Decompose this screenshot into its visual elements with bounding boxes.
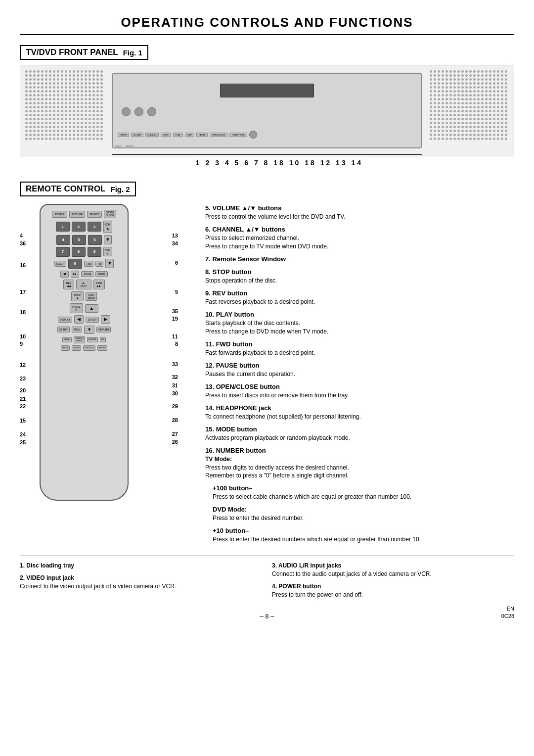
- note-col-1: 1. Disc loading tray 2. VIDEO input jack…: [20, 562, 262, 603]
- title-btn[interactable]: TITLE: [72, 327, 83, 332]
- desc-volume: 5. VOLUME ▲/▼ buttons Press to control t…: [205, 204, 514, 221]
- display-btn[interactable]: DISPLAY: [58, 317, 72, 323]
- picture-btn[interactable]: PICTURE: [69, 211, 85, 218]
- num2-btn[interactable]: 2: [72, 222, 86, 232]
- remote-control-label: REMOTE CONTROL: [26, 184, 106, 194]
- setup-btn[interactable]: SETUP: [57, 327, 70, 332]
- desc-stop: 8. STOP button Stops operation of the di…: [205, 268, 514, 285]
- note-col-2: 3. AUDIO L/R input jacks Connect to the …: [272, 562, 514, 603]
- nav-right-btn[interactable]: ▶: [101, 315, 110, 324]
- skip-fwd-btn[interactable]: ⏭: [71, 271, 79, 278]
- desc-number: 16. NUMBER button TV Mode: Press two dig…: [205, 446, 514, 480]
- front-panel-fig: Fig. 1: [123, 48, 142, 57]
- subtitle-btn[interactable]: SUBTITLE: [83, 345, 95, 351]
- ab-btn[interactable]: A-B: [100, 337, 106, 342]
- remote-control-header: REMOTE CONTROL Fig. 2: [20, 182, 198, 201]
- vol-up-btn[interactable]: VOL▲: [103, 247, 112, 256]
- desc-open-close: 13. OPEN/CLOSE button Press to insert di…: [205, 382, 514, 400]
- search-mode-btn[interactable]: SEARCHMODE: [74, 336, 85, 344]
- fwd-btn[interactable]: FWD▶▶: [93, 280, 105, 289]
- desc-10-button: +10 button– Press to enter the desired n…: [205, 526, 514, 544]
- desc-fwd: 11. FWD button Fast forwards playback to…: [205, 340, 514, 357]
- nav-left-btn[interactable]: ◀: [74, 315, 84, 324]
- note-audio-jacks: 3. AUDIO L/R input jacks Connect to the …: [272, 562, 514, 578]
- front-panel-section: TV/DVD FRONT PANEL Fig. 1 document.write…: [20, 45, 514, 167]
- vol-down-btn[interactable]: ▼: [105, 259, 114, 268]
- num7-btn[interactable]: 7: [56, 247, 70, 257]
- note-video-jack: 2. VIDEO input jack Connect to the video…: [20, 574, 262, 591]
- power-btn[interactable]: POWER: [52, 211, 67, 218]
- en-code: EN0C28: [501, 605, 514, 620]
- front-panel-center: POWER VOLUME CHANNEL STOP PLAY SKIP PAUS…: [112, 73, 422, 148]
- zoom-btn[interactable]: ZOOM: [81, 271, 93, 277]
- fp-number-line: [112, 154, 422, 156]
- desc-dvd-mode: DVD Mode: Press to enter the desired num…: [205, 505, 514, 522]
- num0-btn[interactable]: 0: [68, 259, 82, 269]
- fp-numbers: 1 2 3 4 5 6 7 8 18 10 18 12 13 14: [20, 159, 514, 167]
- clear-btn[interactable]: CLEAR: [62, 337, 72, 342]
- front-panel-diagram: document.write(Array(360).fill('<div sty…: [20, 65, 514, 156]
- num5-btn[interactable]: 5: [72, 235, 86, 245]
- desc-headphone: 14. HEADPHONE jack To connect headphone …: [205, 404, 514, 421]
- remote-body: POWER PICTURE SELECT OPEN/CLOSE 1 2 3 CH…: [40, 204, 129, 501]
- desc-play: 10. PLAY button Starts playback of the d…: [205, 310, 514, 336]
- page-number: – 8 –: [260, 613, 274, 620]
- repeat-btn[interactable]: REPEAT: [87, 337, 98, 342]
- mode-btn[interactable]: MODE: [61, 345, 70, 351]
- page-footer: – 8 – EN0C28: [20, 613, 514, 620]
- audio-btn[interactable]: AUDIO: [72, 345, 81, 351]
- num8-btn[interactable]: 8: [72, 247, 86, 257]
- angle-btn[interactable]: ANGLE: [97, 345, 107, 351]
- note-power-btn: 4. POWER button Press to turn the power …: [272, 582, 514, 599]
- num3-btn[interactable]: 3: [88, 222, 101, 232]
- descriptions-panel: 5. VOLUME ▲/▼ buttons Press to control t…: [198, 182, 514, 548]
- note-disc-tray: 1. Disc loading tray: [20, 562, 262, 570]
- return-btn[interactable]: RETURN: [96, 327, 111, 332]
- stop-btn[interactable]: STOP■: [71, 291, 84, 301]
- ch-up-btn[interactable]: CH▲: [103, 221, 112, 233]
- sleep-btn[interactable]: SLEEP: [54, 261, 66, 267]
- nav-up-btn[interactable]: ▲: [85, 304, 98, 313]
- desc-mode: 15. MODE button Activates program playba…: [205, 425, 514, 442]
- mute-btn[interactable]: MUTE: [95, 271, 107, 277]
- play-btn[interactable]: ▶PLAY: [76, 280, 91, 289]
- page-title: OPERATING CONTROLS AND FUNCTIONS: [20, 15, 514, 35]
- bottom-notes: 1. Disc loading tray 2. VIDEO input jack…: [20, 555, 514, 603]
- remote-control-fig: Fig. 2: [111, 185, 130, 193]
- num4-btn[interactable]: 4: [56, 235, 70, 245]
- right-vent: document.write(Array(360).fill('<div sty…: [430, 70, 509, 149]
- desc-channel: 6. CHANNEL ▲/▼ buttons Press to select m…: [205, 225, 514, 251]
- num9-btn[interactable]: 9: [88, 247, 101, 257]
- disc-menu-btn[interactable]: DISCMENU: [86, 292, 97, 301]
- enter-btn[interactable]: ENTER: [86, 317, 99, 323]
- rev-btn[interactable]: REV◀◀: [63, 280, 74, 289]
- nav-down-btn[interactable]: ▼: [84, 326, 94, 334]
- front-panel-label: TV/DVD FRONT PANEL: [26, 47, 118, 57]
- pause-btn[interactable]: PAUSE⏸: [70, 303, 83, 313]
- skip-back-btn[interactable]: ⏮: [60, 271, 69, 278]
- desc-remote-sensor: 7. Remote Sensor Window: [205, 255, 514, 264]
- select-btn[interactable]: SELECT: [87, 211, 101, 218]
- desc-pause: 12. PAUSE button Pauses the current disc…: [205, 361, 514, 378]
- num6-btn[interactable]: 6: [88, 235, 102, 245]
- ch-down-btn[interactable]: ▼: [104, 235, 112, 244]
- plus10-btn[interactable]: +10: [95, 261, 103, 267]
- num1-btn[interactable]: 1: [56, 222, 70, 232]
- left-vent: document.write(Array(360).fill('<div sty…: [25, 70, 104, 149]
- front-panel-header: TV/DVD FRONT PANEL Fig. 1: [20, 45, 514, 65]
- desc-100-button: +100 button– Press to select cable chann…: [205, 484, 514, 501]
- remote-control-section: REMOTE CONTROL Fig. 2 4 36 16 17 18 10 9…: [20, 182, 198, 548]
- open-close-btn[interactable]: OPEN/CLOSE: [104, 210, 116, 218]
- plus100-btn[interactable]: +100: [84, 261, 93, 267]
- desc-rev: 9. REV button Fast reverses playback to …: [205, 289, 514, 306]
